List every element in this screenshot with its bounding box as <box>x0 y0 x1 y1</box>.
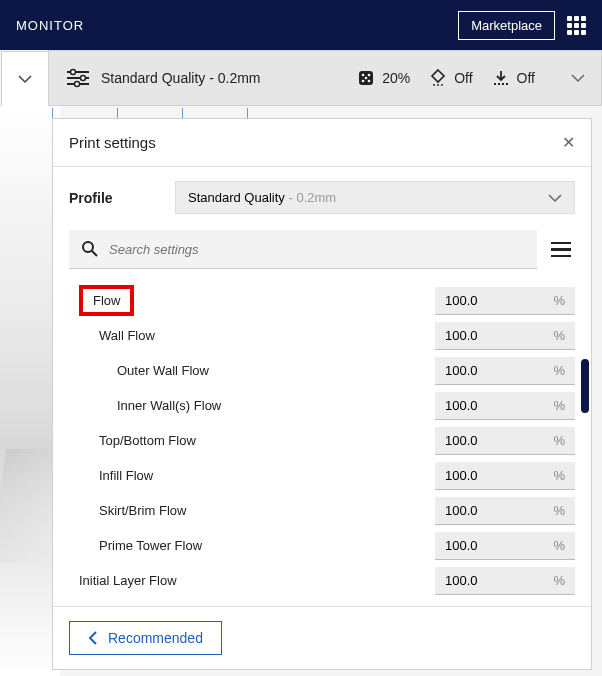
svg-point-8 <box>368 74 371 77</box>
close-icon[interactable]: ✕ <box>562 133 575 152</box>
support-icon <box>428 68 448 88</box>
setting-row: Inner Wall(s) Flow100.0% <box>69 388 575 423</box>
setting-row: Initial Layer Flow100.0% <box>69 563 575 598</box>
svg-point-11 <box>365 77 368 80</box>
search-box[interactable] <box>69 230 537 269</box>
toolbar-collapse-tab[interactable] <box>1 51 49 107</box>
adhesion-value: Off <box>517 70 535 86</box>
svg-point-3 <box>81 76 86 81</box>
setting-label: Initial Layer Flow <box>69 573 435 588</box>
chevron-down-icon <box>571 73 585 83</box>
marketplace-button[interactable]: Marketplace <box>458 11 555 40</box>
setting-value-input[interactable]: 100.0% <box>435 567 575 595</box>
toolbar-adhesion[interactable]: Off <box>491 68 535 88</box>
settings-menu-icon[interactable] <box>547 238 575 262</box>
search-icon <box>81 240 99 258</box>
setting-label: Flow <box>69 285 435 316</box>
setting-value-input[interactable]: 100.0% <box>435 392 575 420</box>
svg-point-10 <box>368 80 371 83</box>
setting-label: Outer Wall Flow <box>69 363 435 378</box>
svg-point-7 <box>362 74 365 77</box>
top-bar: MONITOR Marketplace <box>0 0 602 50</box>
panel-footer: Recommended <box>53 606 591 669</box>
setting-label: Prime Tower Flow <box>69 538 435 553</box>
setting-label: Infill Flow <box>69 468 435 483</box>
viewport-background <box>0 106 60 676</box>
setting-label: Wall Flow <box>69 328 435 343</box>
chevron-down-icon <box>548 193 562 203</box>
print-settings-panel: Print settings ✕ Profile Standard Qualit… <box>52 118 592 670</box>
svg-point-1 <box>71 70 76 75</box>
setting-value-input[interactable]: 100.0% <box>435 532 575 560</box>
infill-icon <box>356 68 376 88</box>
setting-row: Infill Flow100.0% <box>69 458 575 493</box>
svg-line-17 <box>92 251 97 256</box>
quality-label: Standard Quality - 0.2mm <box>101 70 261 86</box>
setting-value-input[interactable]: 100.0% <box>435 462 575 490</box>
toolbar-expand[interactable] <box>555 73 601 83</box>
setting-value-input[interactable]: 100.0% <box>435 287 575 315</box>
profile-select-text: Standard Quality - 0.2mm <box>188 190 336 205</box>
profile-select[interactable]: Standard Quality - 0.2mm <box>175 181 575 214</box>
support-value: Off <box>454 70 472 86</box>
svg-point-16 <box>83 242 93 252</box>
toolbar-support[interactable]: Off <box>428 68 472 88</box>
setting-row: Outer Wall Flow100.0% <box>69 353 575 388</box>
print-toolbar: Standard Quality - 0.2mm 20% Off Off <box>48 50 602 106</box>
adhesion-icon <box>491 68 511 88</box>
scrollbar-thumb[interactable] <box>581 359 589 413</box>
chevron-left-icon <box>88 631 98 645</box>
setting-value-input[interactable]: 100.0% <box>435 357 575 385</box>
setting-label: Top/Bottom Flow <box>69 433 435 448</box>
topbar-right: Marketplace <box>458 11 586 40</box>
setting-row: Wall Flow100.0% <box>69 318 575 353</box>
infill-value: 20% <box>382 70 410 86</box>
settings-list: Flow100.0%Wall Flow100.0%Outer Wall Flow… <box>53 279 591 606</box>
setting-row: Skirt/Brim Flow100.0% <box>69 493 575 528</box>
setting-label: Inner Wall(s) Flow <box>69 398 435 413</box>
apps-grid-icon[interactable] <box>567 16 586 35</box>
app-section-title: MONITOR <box>16 18 84 33</box>
svg-point-9 <box>362 80 365 83</box>
recommended-button[interactable]: Recommended <box>69 621 222 655</box>
profile-row: Profile Standard Quality - 0.2mm <box>53 167 591 224</box>
search-row <box>53 224 591 279</box>
setting-value-input[interactable]: 100.0% <box>435 497 575 525</box>
setting-row: Prime Tower Flow100.0% <box>69 528 575 563</box>
setting-row: Top/Bottom Flow100.0% <box>69 423 575 458</box>
recommended-label: Recommended <box>108 630 203 646</box>
setting-value-input[interactable]: 100.0% <box>435 322 575 350</box>
toolbar-infill[interactable]: 20% <box>356 68 410 88</box>
svg-point-5 <box>75 82 80 87</box>
search-input[interactable] <box>109 242 525 257</box>
chevron-down-icon <box>18 74 32 84</box>
panel-header: Print settings ✕ <box>53 119 591 167</box>
setting-row: Flow100.0% <box>69 283 575 318</box>
setting-value-input[interactable]: 100.0% <box>435 427 575 455</box>
setting-label: Skirt/Brim Flow <box>69 503 435 518</box>
toolbar-quality-group[interactable]: Standard Quality - 0.2mm <box>49 67 336 89</box>
profile-label: Profile <box>69 190 159 206</box>
panel-title: Print settings <box>69 134 156 151</box>
sliders-icon <box>65 67 91 89</box>
